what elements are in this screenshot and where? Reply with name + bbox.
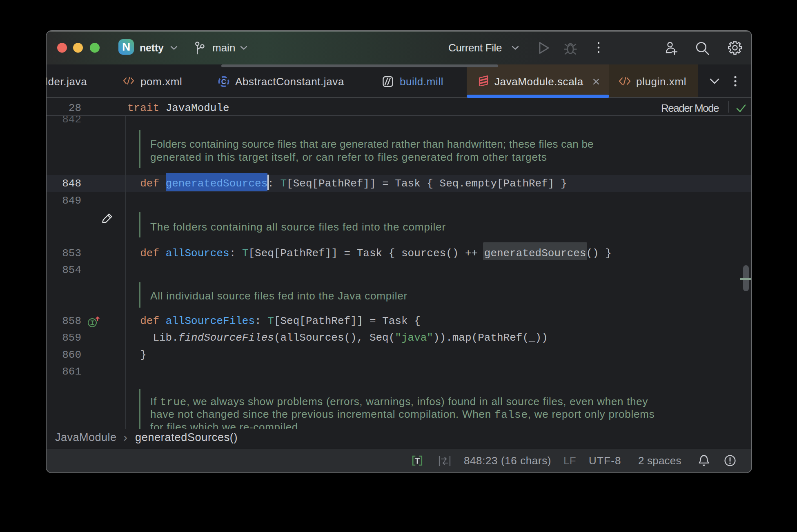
svg-text:C: C bbox=[221, 78, 226, 86]
